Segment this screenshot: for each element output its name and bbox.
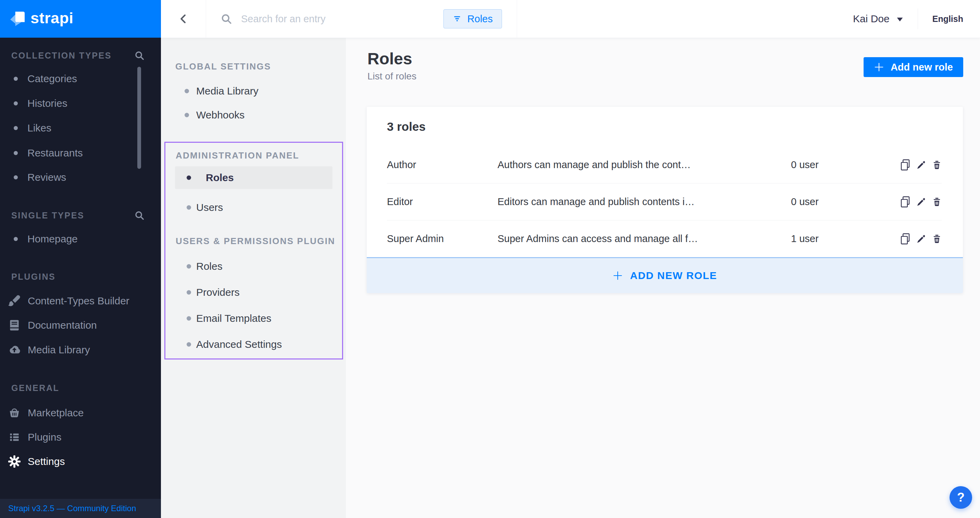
delete-icon[interactable]	[931, 158, 943, 172]
bullet-icon	[187, 205, 191, 210]
role-description: Super Admins can access and manage all f…	[498, 233, 791, 245]
settings-item-users[interactable]: Users	[165, 197, 342, 218]
bullet-icon	[187, 176, 191, 180]
page-subtitle: List of roles	[368, 71, 416, 82]
settings-item-media-library[interactable]: Media Library	[161, 80, 346, 102]
bullet-icon	[14, 101, 18, 105]
sidebar-item-categories[interactable]: Categories	[0, 68, 161, 89]
bullet-icon	[187, 264, 191, 269]
bullet-icon	[14, 151, 18, 155]
settings-item-advanced-settings[interactable]: Advanced Settings	[165, 334, 342, 355]
gear-icon	[8, 454, 21, 468]
add-new-role-footer-button[interactable]: ADD NEW ROLE	[367, 257, 963, 293]
role-description: Editors can manage and publish contents …	[498, 196, 791, 208]
roles-count: 3 roles	[367, 107, 963, 146]
sidebar-item-homepage[interactable]: Homepage	[0, 228, 161, 249]
list-icon	[8, 431, 21, 444]
sidebar-item-restaurants[interactable]: Restaurants	[0, 142, 161, 164]
sidebar-footer: Strapi v3.2.5 — Community Edition	[0, 499, 161, 518]
basket-icon	[8, 406, 21, 420]
role-name: Super Admin	[387, 233, 498, 245]
bullet-icon	[14, 77, 18, 81]
main-sidebar: COLLECTION TYPES Categories Histories Li…	[0, 38, 161, 518]
filter-chip-label: Roles	[468, 13, 493, 25]
search-icon	[221, 13, 232, 25]
strapi-logo-icon	[10, 12, 25, 26]
edit-icon[interactable]	[915, 158, 927, 172]
sidebar-item-content-types-builder[interactable]: Content-Types Builder	[0, 290, 161, 311]
bullet-icon	[187, 290, 191, 295]
page-title: Roles	[368, 49, 416, 68]
section-collection-types: COLLECTION TYPES	[11, 51, 111, 60]
roles-table-card: 3 roles Author Authors can manage and pu…	[367, 107, 963, 293]
bullet-icon	[14, 237, 18, 241]
duplicate-icon[interactable]	[899, 158, 911, 172]
sidebar-item-documentation[interactable]: Documentation	[0, 315, 161, 336]
settings-item-up-roles[interactable]: Roles	[165, 256, 342, 277]
sidebar-item-plugins[interactable]: Plugins	[0, 427, 161, 448]
duplicate-icon[interactable]	[899, 232, 911, 246]
section-administration-panel: ADMINISTRATION PANEL	[176, 150, 299, 161]
collection-types-search-icon[interactable]	[134, 50, 145, 60]
section-global-settings: GLOBAL SETTINGS	[175, 61, 271, 72]
add-new-role-label: Add new role	[891, 62, 953, 73]
topbar: Search for an entry Roles Kai Doe Englis…	[161, 0, 980, 38]
sidebar-item-likes[interactable]: Likes	[0, 118, 161, 139]
role-user-count: 0 user	[791, 196, 899, 208]
table-row-author[interactable]: Author Authors can manage and publish th…	[367, 146, 963, 183]
topbar-right: Kai Doe English	[853, 0, 980, 38]
user-name: Kai Doe	[853, 13, 889, 25]
strapi-logo[interactable]: strapi	[0, 0, 161, 38]
book-icon	[8, 318, 21, 332]
settings-item-providers[interactable]: Providers	[165, 281, 342, 303]
user-menu[interactable]: Kai Doe	[853, 9, 918, 29]
strapi-logo-text: strapi	[30, 10, 74, 28]
delete-icon[interactable]	[931, 232, 943, 246]
caret-down-icon	[896, 17, 903, 22]
sidebar-item-marketplace[interactable]: Marketplace	[0, 402, 161, 424]
language-label: English	[932, 14, 963, 24]
sidebar-scrollbar[interactable]	[137, 67, 141, 169]
edit-icon[interactable]	[915, 232, 927, 246]
single-types-search-icon[interactable]	[134, 210, 145, 221]
highlight-box: ADMINISTRATION PANEL Roles Users USERS &…	[164, 142, 343, 359]
role-user-count: 0 user	[791, 159, 899, 170]
search-filter-chip[interactable]: Roles	[444, 9, 502, 29]
table-row-super-admin[interactable]: Super Admin Super Admins can access and …	[367, 221, 963, 257]
role-name: Author	[387, 159, 498, 170]
filter-icon	[453, 14, 461, 23]
settings-item-webhooks[interactable]: Webhooks	[161, 104, 346, 126]
duplicate-icon[interactable]	[899, 195, 911, 209]
table-row-editor[interactable]: Editor Editors can manage and publish co…	[367, 184, 963, 220]
row-actions	[899, 195, 943, 209]
sidebar-item-media-library[interactable]: Media Library	[0, 339, 161, 361]
sidebar-item-settings[interactable]: Settings	[0, 451, 161, 472]
cloud-upload-icon	[8, 343, 21, 357]
edit-icon[interactable]	[915, 195, 927, 209]
language-select[interactable]: English	[918, 9, 963, 29]
sidebar-item-reviews[interactable]: Reviews	[0, 167, 161, 188]
version-link[interactable]: Strapi v3.2.5 — Community Edition	[8, 504, 136, 513]
settings-item-roles-active[interactable]: Roles	[175, 166, 332, 189]
add-new-role-button[interactable]: Add new role	[864, 57, 963, 77]
delete-icon[interactable]	[931, 195, 943, 209]
page-header: Roles List of roles	[368, 49, 416, 82]
search-input[interactable]: Search for an entry	[241, 13, 444, 25]
settings-item-email-templates[interactable]: Email Templates	[165, 307, 342, 329]
global-search: Search for an entry Roles	[206, 0, 517, 38]
bullet-icon	[187, 342, 191, 347]
main-content: Roles List of roles Add new role 3 roles…	[346, 38, 980, 518]
bullet-icon	[185, 89, 189, 94]
brush-icon	[8, 294, 21, 308]
sidebar-item-histories[interactable]: Histories	[0, 93, 161, 114]
plus-icon	[612, 270, 623, 281]
back-button[interactable]	[161, 0, 206, 38]
bullet-icon	[185, 113, 189, 118]
bullet-icon	[14, 175, 18, 180]
role-description: Authors can manage and publish the cont…	[498, 159, 791, 170]
strapi-admin-app: strapi Search for an entry Roles	[0, 0, 980, 518]
section-single-types: SINGLE TYPES	[11, 211, 84, 221]
chevron-left-icon	[178, 13, 189, 24]
help-button[interactable]: ?	[950, 486, 972, 509]
section-general: GENERAL	[11, 383, 59, 393]
